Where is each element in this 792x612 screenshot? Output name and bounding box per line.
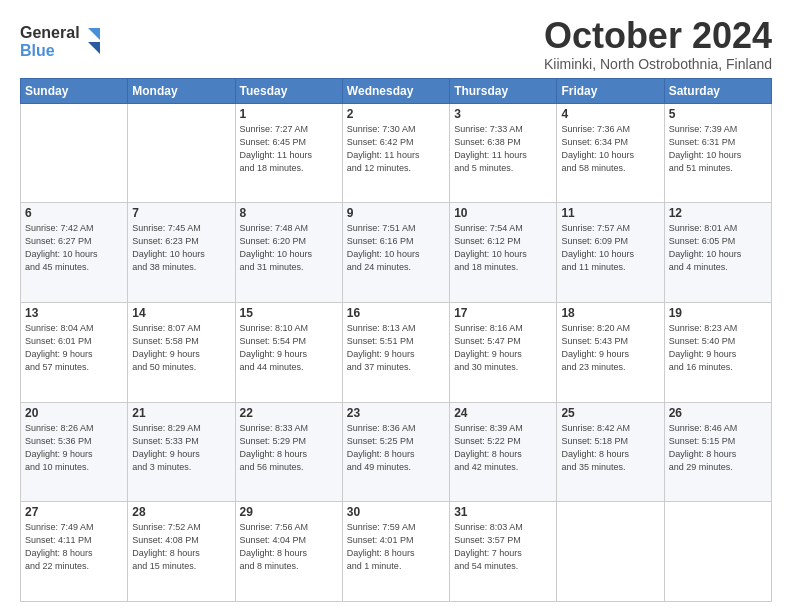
calendar-week-0: 1Sunrise: 7:27 AM Sunset: 6:45 PM Daylig…	[21, 103, 772, 203]
day-info: Sunrise: 8:33 AM Sunset: 5:29 PM Dayligh…	[240, 422, 338, 474]
calendar-cell: 13Sunrise: 8:04 AM Sunset: 6:01 PM Dayli…	[21, 302, 128, 402]
day-number: 13	[25, 306, 123, 320]
calendar-cell: 20Sunrise: 8:26 AM Sunset: 5:36 PM Dayli…	[21, 402, 128, 502]
calendar-cell: 7Sunrise: 7:45 AM Sunset: 6:23 PM Daylig…	[128, 203, 235, 303]
calendar-cell: 17Sunrise: 8:16 AM Sunset: 5:47 PM Dayli…	[450, 302, 557, 402]
day-number: 19	[669, 306, 767, 320]
calendar-week-2: 13Sunrise: 8:04 AM Sunset: 6:01 PM Dayli…	[21, 302, 772, 402]
svg-marker-3	[88, 42, 100, 54]
day-info: Sunrise: 7:36 AM Sunset: 6:34 PM Dayligh…	[561, 123, 659, 175]
day-info: Sunrise: 8:10 AM Sunset: 5:54 PM Dayligh…	[240, 322, 338, 374]
day-number: 29	[240, 505, 338, 519]
day-info: Sunrise: 7:42 AM Sunset: 6:27 PM Dayligh…	[25, 222, 123, 274]
calendar-cell: 9Sunrise: 7:51 AM Sunset: 6:16 PM Daylig…	[342, 203, 449, 303]
day-number: 17	[454, 306, 552, 320]
day-number: 9	[347, 206, 445, 220]
calendar-cell	[21, 103, 128, 203]
day-info: Sunrise: 8:16 AM Sunset: 5:47 PM Dayligh…	[454, 322, 552, 374]
day-number: 11	[561, 206, 659, 220]
day-info: Sunrise: 8:39 AM Sunset: 5:22 PM Dayligh…	[454, 422, 552, 474]
col-saturday: Saturday	[664, 78, 771, 103]
day-number: 15	[240, 306, 338, 320]
day-info: Sunrise: 7:27 AM Sunset: 6:45 PM Dayligh…	[240, 123, 338, 175]
calendar-cell: 2Sunrise: 7:30 AM Sunset: 6:42 PM Daylig…	[342, 103, 449, 203]
day-info: Sunrise: 8:42 AM Sunset: 5:18 PM Dayligh…	[561, 422, 659, 474]
calendar-cell: 18Sunrise: 8:20 AM Sunset: 5:43 PM Dayli…	[557, 302, 664, 402]
header: General Blue October 2024 Kiiminki, Nort…	[20, 16, 772, 72]
day-number: 18	[561, 306, 659, 320]
calendar-header-row: Sunday Monday Tuesday Wednesday Thursday…	[21, 78, 772, 103]
title-area: October 2024 Kiiminki, North Ostrobothni…	[544, 16, 772, 72]
logo-text: General Blue	[20, 20, 110, 66]
calendar-cell: 22Sunrise: 8:33 AM Sunset: 5:29 PM Dayli…	[235, 402, 342, 502]
calendar-cell: 14Sunrise: 8:07 AM Sunset: 5:58 PM Dayli…	[128, 302, 235, 402]
day-info: Sunrise: 7:56 AM Sunset: 4:04 PM Dayligh…	[240, 521, 338, 573]
calendar-week-3: 20Sunrise: 8:26 AM Sunset: 5:36 PM Dayli…	[21, 402, 772, 502]
calendar-cell: 26Sunrise: 8:46 AM Sunset: 5:15 PM Dayli…	[664, 402, 771, 502]
day-info: Sunrise: 8:20 AM Sunset: 5:43 PM Dayligh…	[561, 322, 659, 374]
svg-text:General: General	[20, 24, 80, 41]
calendar-cell: 3Sunrise: 7:33 AM Sunset: 6:38 PM Daylig…	[450, 103, 557, 203]
day-number: 24	[454, 406, 552, 420]
day-info: Sunrise: 8:23 AM Sunset: 5:40 PM Dayligh…	[669, 322, 767, 374]
calendar-cell: 30Sunrise: 7:59 AM Sunset: 4:01 PM Dayli…	[342, 502, 449, 602]
logo: General Blue	[20, 20, 110, 66]
col-tuesday: Tuesday	[235, 78, 342, 103]
day-number: 2	[347, 107, 445, 121]
day-number: 22	[240, 406, 338, 420]
day-number: 20	[25, 406, 123, 420]
day-number: 14	[132, 306, 230, 320]
calendar-cell: 19Sunrise: 8:23 AM Sunset: 5:40 PM Dayli…	[664, 302, 771, 402]
calendar-cell: 16Sunrise: 8:13 AM Sunset: 5:51 PM Dayli…	[342, 302, 449, 402]
calendar-cell: 11Sunrise: 7:57 AM Sunset: 6:09 PM Dayli…	[557, 203, 664, 303]
day-info: Sunrise: 8:46 AM Sunset: 5:15 PM Dayligh…	[669, 422, 767, 474]
day-info: Sunrise: 8:04 AM Sunset: 6:01 PM Dayligh…	[25, 322, 123, 374]
col-wednesday: Wednesday	[342, 78, 449, 103]
day-number: 31	[454, 505, 552, 519]
calendar-cell	[664, 502, 771, 602]
day-info: Sunrise: 7:48 AM Sunset: 6:20 PM Dayligh…	[240, 222, 338, 274]
page: General Blue October 2024 Kiiminki, Nort…	[0, 0, 792, 612]
day-info: Sunrise: 7:59 AM Sunset: 4:01 PM Dayligh…	[347, 521, 445, 573]
calendar-cell: 21Sunrise: 8:29 AM Sunset: 5:33 PM Dayli…	[128, 402, 235, 502]
svg-text:Blue: Blue	[20, 42, 55, 59]
col-friday: Friday	[557, 78, 664, 103]
day-info: Sunrise: 7:57 AM Sunset: 6:09 PM Dayligh…	[561, 222, 659, 274]
day-number: 26	[669, 406, 767, 420]
day-info: Sunrise: 8:26 AM Sunset: 5:36 PM Dayligh…	[25, 422, 123, 474]
day-info: Sunrise: 8:01 AM Sunset: 6:05 PM Dayligh…	[669, 222, 767, 274]
svg-marker-2	[88, 28, 100, 40]
day-number: 4	[561, 107, 659, 121]
day-info: Sunrise: 8:07 AM Sunset: 5:58 PM Dayligh…	[132, 322, 230, 374]
day-info: Sunrise: 8:29 AM Sunset: 5:33 PM Dayligh…	[132, 422, 230, 474]
col-sunday: Sunday	[21, 78, 128, 103]
location: Kiiminki, North Ostrobothnia, Finland	[544, 56, 772, 72]
col-monday: Monday	[128, 78, 235, 103]
day-info: Sunrise: 8:03 AM Sunset: 3:57 PM Dayligh…	[454, 521, 552, 573]
calendar-table: Sunday Monday Tuesday Wednesday Thursday…	[20, 78, 772, 602]
calendar-cell: 10Sunrise: 7:54 AM Sunset: 6:12 PM Dayli…	[450, 203, 557, 303]
calendar-cell: 6Sunrise: 7:42 AM Sunset: 6:27 PM Daylig…	[21, 203, 128, 303]
day-info: Sunrise: 7:52 AM Sunset: 4:08 PM Dayligh…	[132, 521, 230, 573]
calendar-cell	[128, 103, 235, 203]
day-number: 1	[240, 107, 338, 121]
day-number: 21	[132, 406, 230, 420]
day-number: 27	[25, 505, 123, 519]
calendar-cell	[557, 502, 664, 602]
calendar-week-4: 27Sunrise: 7:49 AM Sunset: 4:11 PM Dayli…	[21, 502, 772, 602]
calendar-cell: 5Sunrise: 7:39 AM Sunset: 6:31 PM Daylig…	[664, 103, 771, 203]
day-info: Sunrise: 7:49 AM Sunset: 4:11 PM Dayligh…	[25, 521, 123, 573]
calendar-cell: 8Sunrise: 7:48 AM Sunset: 6:20 PM Daylig…	[235, 203, 342, 303]
day-number: 5	[669, 107, 767, 121]
calendar-cell: 28Sunrise: 7:52 AM Sunset: 4:08 PM Dayli…	[128, 502, 235, 602]
day-number: 25	[561, 406, 659, 420]
month-title: October 2024	[544, 16, 772, 56]
col-thursday: Thursday	[450, 78, 557, 103]
day-number: 30	[347, 505, 445, 519]
day-info: Sunrise: 7:30 AM Sunset: 6:42 PM Dayligh…	[347, 123, 445, 175]
calendar-cell: 15Sunrise: 8:10 AM Sunset: 5:54 PM Dayli…	[235, 302, 342, 402]
day-number: 12	[669, 206, 767, 220]
day-number: 6	[25, 206, 123, 220]
day-number: 16	[347, 306, 445, 320]
day-number: 8	[240, 206, 338, 220]
